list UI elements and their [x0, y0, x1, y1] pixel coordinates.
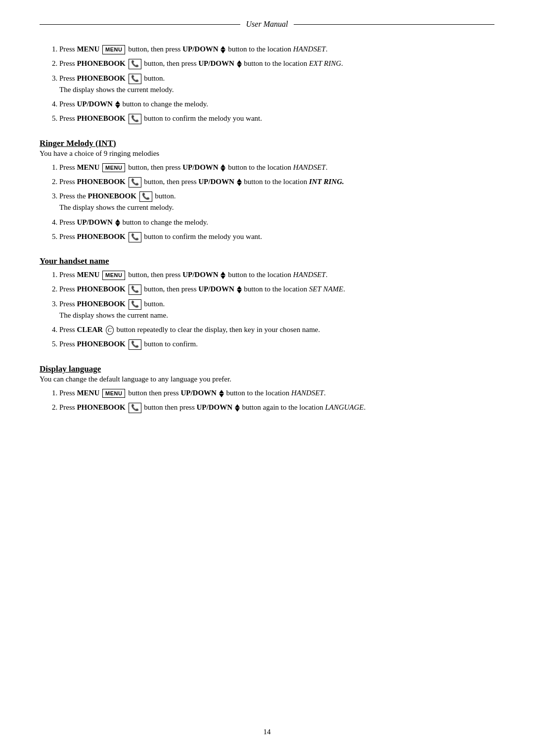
section-display-language: Display language You can change the defa… — [40, 364, 494, 414]
list-item: Press PHONEBOOK 📞 button, then press UP/… — [59, 176, 494, 188]
page-number: 14 — [264, 728, 271, 736]
list-item: Press PHONEBOOK 📞 button, then press UP/… — [59, 58, 494, 69]
menu-icon: MENU — [102, 45, 125, 54]
list-item: Press UP/DOWN button to change the melod… — [59, 217, 494, 228]
phonebook-icon: 📞 — [139, 191, 152, 202]
section-ringer-ext: Press MENU MENU button, then press UP/DO… — [40, 44, 494, 125]
list-item: Press PHONEBOOK 📞 button. The display sh… — [59, 73, 494, 96]
phonebook-icon: 📞 — [129, 74, 141, 84]
steps-ringer-ext: Press MENU MENU button, then press UP/DO… — [59, 44, 494, 125]
list-item: Press PHONEBOOK 📞 button to confirm. — [59, 338, 494, 350]
header-line-left — [40, 24, 240, 25]
phonebook-icon: 📞 — [129, 177, 141, 188]
updown-icon — [237, 60, 242, 68]
list-item: Press MENU MENU button then press UP/DOW… — [59, 387, 494, 399]
phonebook-icon: 📞 — [129, 299, 141, 310]
list-item: Press PHONEBOOK 📞 button to confirm the … — [59, 231, 494, 242]
section-title-display-language: Display language — [40, 364, 494, 374]
list-item: Press UP/DOWN button to change the melod… — [59, 98, 494, 110]
updown-icon — [221, 46, 225, 53]
steps-handset-name: Press MENU MENU button, then press UP/DO… — [59, 269, 494, 350]
steps-display-language: Press MENU MENU button then press UP/DOW… — [59, 387, 494, 414]
section-ringer-int: Ringer Melody (INT) You have a choice of… — [40, 139, 494, 243]
updown-icon — [235, 404, 240, 412]
menu-icon: MENU — [102, 163, 125, 172]
phonebook-icon: 📞 — [129, 59, 141, 69]
section-handset-name: Your handset name Press MENU MENU button… — [40, 256, 494, 350]
list-item: Press CLEAR C button repeatedly to clear… — [59, 324, 494, 335]
updown-icon — [221, 272, 225, 279]
list-item: Press PHONEBOOK 📞 button then press UP/D… — [59, 402, 494, 413]
section-title-handset-name: Your handset name — [40, 256, 494, 266]
list-item: Press PHONEBOOK 📞 button to confirm the … — [59, 113, 494, 124]
phonebook-icon: 📞 — [129, 114, 141, 124]
phonebook-icon: 📞 — [129, 339, 141, 350]
phonebook-icon: 📞 — [129, 232, 141, 242]
header-title: User Manual — [246, 20, 288, 29]
page-footer: 14 — [0, 728, 534, 736]
steps-ringer-int: Press MENU MENU button, then press UP/DO… — [59, 162, 494, 243]
list-item: Press MENU MENU button, then press UP/DO… — [59, 269, 494, 281]
list-item: Press PHONEBOOK 📞 button. The display sh… — [59, 298, 494, 322]
menu-icon: MENU — [102, 389, 125, 398]
updown-icon — [115, 101, 120, 108]
list-item: Press the PHONEBOOK 📞 button. The displa… — [59, 190, 494, 214]
list-item: Press MENU MENU button, then press UP/DO… — [59, 44, 494, 55]
updown-icon — [115, 219, 120, 227]
page-header: User Manual — [40, 20, 494, 29]
phonebook-icon: 📞 — [129, 284, 141, 295]
section-title-ringer-int: Ringer Melody (INT) — [40, 139, 494, 148]
menu-icon: MENU — [102, 271, 125, 280]
updown-icon — [219, 390, 224, 397]
clear-icon: C — [106, 326, 114, 335]
updown-icon — [237, 286, 242, 293]
updown-icon — [221, 164, 225, 172]
section-subtitle-display-language: You can change the default language to a… — [40, 375, 494, 383]
updown-icon — [237, 179, 242, 186]
phonebook-icon: 📞 — [129, 403, 141, 413]
header-line-right — [294, 24, 494, 25]
section-subtitle-ringer-int: You have a choice of 9 ringing melodies — [40, 149, 494, 158]
page: User Manual Press MENU MENU button, then… — [0, 0, 534, 756]
list-item: Press MENU MENU button, then press UP/DO… — [59, 162, 494, 173]
list-item: Press PHONEBOOK 📞 button, then press UP/… — [59, 284, 494, 295]
